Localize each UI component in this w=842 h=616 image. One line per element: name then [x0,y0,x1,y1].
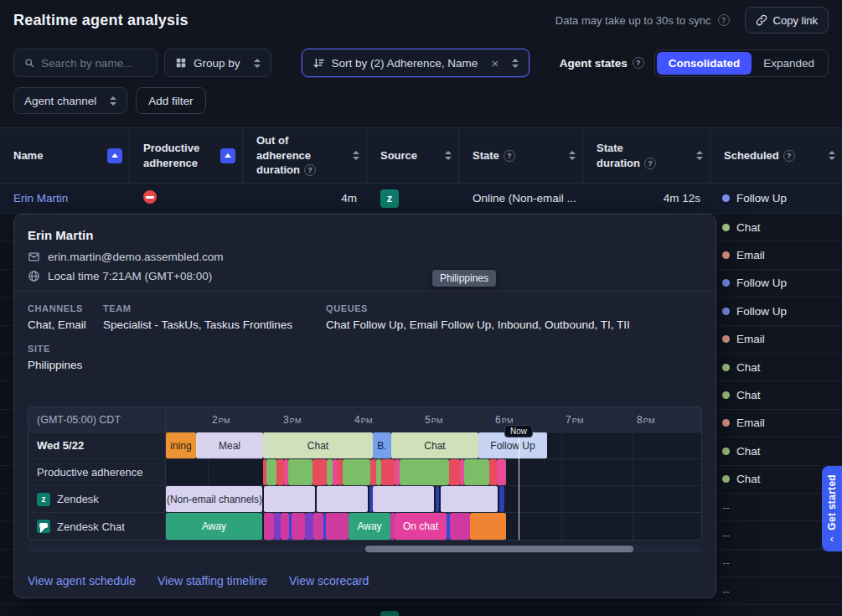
help-icon[interactable]: ? [783,150,795,162]
schedule-block[interactable] [313,459,327,485]
schedule-row: Wed 5/22iningMealChatB.ChatFollow Up [28,432,701,459]
schedule-block[interactable] [326,513,349,540]
schedule-block[interactable]: Meal [196,432,263,458]
schedule-block[interactable] [292,513,305,540]
schedule-block[interactable] [276,459,284,485]
sort-carets-icon[interactable] [829,151,835,160]
sort-icon [313,57,325,70]
schedule-block[interactable]: Chat [263,432,373,458]
timeline-scrollbar-thumb[interactable] [365,546,633,552]
sort-carets-icon[interactable] [353,151,359,160]
schedule-block[interactable] [373,486,434,512]
schedule-block[interactable]: ining [166,432,196,458]
queues-value: Chat Follow Up, Email Follow Up, Inbound… [326,318,702,333]
schedule-block[interactable] [266,459,276,485]
timezone-label: (GMT-05:00) CDT [28,407,166,432]
agent-states-help-icon[interactable]: ? [633,57,644,69]
timeline-body: Now Wed 5/22iningMealChatB.ChatFollow Up… [28,432,701,540]
view-agent-schedule-link[interactable]: View agent schedule [28,574,136,588]
column-header-name[interactable]: Name [0,128,130,183]
schedule-block[interactable]: Chat [391,432,478,458]
toolbar-primary: Group by Sort by (2) Adherence, Name × A… [0,40,842,77]
sort-carets-icon[interactable] [445,151,452,160]
schedule-block[interactable] [264,486,315,512]
cell-scheduled: Email [710,249,842,261]
schedule-track: iningMealChatB.ChatFollow Up [166,432,701,458]
cell-scheduled: Follow Up [710,192,842,204]
schedule-block[interactable]: Away [166,513,262,540]
sync-help-icon[interactable]: ? [718,14,730,26]
schedule-block[interactable] [436,486,439,512]
sort-carets-icon[interactable] [569,151,576,160]
cell-source: z [367,189,459,208]
gridline [561,432,562,458]
gridline [208,459,209,485]
column-header-out-of-adherence[interactable]: Out of adherence duration? [243,128,367,183]
toolbar-filters: Agent channel Add filter [0,77,842,114]
schedule-block[interactable] [381,459,395,485]
hour-label: 2PM [212,414,230,426]
scheduled-dot [722,391,730,399]
search-input[interactable] [13,49,158,77]
help-icon[interactable]: ? [644,158,656,169]
schedule-block[interactable] [400,459,449,485]
column-header-productive-adherence[interactable]: Productive adherence [130,128,243,183]
schedule-block[interactable] [305,513,313,540]
schedule-block[interactable]: On chat [395,513,447,540]
hour-label: 5PM [425,414,443,426]
schedule-block[interactable]: B. [373,432,391,458]
get-started-tab[interactable]: Get started ‹ [822,466,842,551]
schedule-block[interactable] [449,459,460,485]
schedule-block[interactable] [327,459,333,485]
agent-name-link[interactable]: Erin Martin [13,192,68,204]
copy-link-button[interactable]: Copy link [745,7,829,34]
schedule-block[interactable] [464,459,489,485]
schedule-block[interactable] [470,513,506,540]
help-icon[interactable]: ? [504,150,515,162]
toggle-expanded[interactable]: Expanded [752,52,826,75]
view-staffing-timeline-link[interactable]: View staffing timeline [158,574,267,588]
schedule-block[interactable] [441,486,498,512]
sort-carets-icon[interactable] [696,151,703,160]
schedule-block[interactable]: (Non-email channels) [166,486,262,512]
scheduled-dot [722,279,730,287]
table-row-erin-martin[interactable]: Erin Martin 4m z Online (Non-email ... 4… [0,184,842,214]
schedule-block[interactable]: Away [349,513,390,540]
search-field[interactable] [41,57,147,70]
topbar-right: Data may take up to 30s to sync ? Copy l… [555,7,829,34]
column-header-state-duration[interactable]: State duration? [583,128,710,183]
table-row-partial[interactable]: Spencer Salas z Online (Non-email ... 1h… [0,605,842,616]
column-header-source[interactable]: Source [367,128,459,183]
schedule-block[interactable] [370,459,376,485]
schedule-block[interactable] [274,513,281,540]
view-scorecard-link[interactable]: View scorecard [289,574,369,588]
schedule-block[interactable] [343,459,370,485]
timeline-scrollbar[interactable] [28,546,702,552]
schedule-block[interactable] [499,486,504,512]
sort-ascending-button[interactable] [220,148,235,163]
schedule-block[interactable] [497,459,506,485]
schedule-block[interactable] [281,513,289,540]
group-by-dropdown[interactable]: Group by [164,49,271,77]
sort-by-chip[interactable]: Sort by (2) Adherence, Name × [302,49,530,77]
clear-sort-icon[interactable]: × [491,56,498,70]
add-filter-button[interactable]: Add filter [136,87,205,114]
row-label-text: Wed 5/22 [37,439,84,452]
column-label: Out of adherence duration [256,134,311,176]
sort-ascending-button[interactable] [107,148,122,163]
column-header-scheduled[interactable]: Scheduled? [710,128,842,183]
agent-schedule-timeline: (GMT-05:00) CDT 2PM3PM4PM5PM6PM7PM8PM9PM… [28,406,702,541]
scheduled-label: Email [736,249,765,261]
toggle-consolidated[interactable]: Consolidated [657,52,752,75]
schedule-block[interactable] [288,459,313,485]
help-icon[interactable]: ? [304,164,316,176]
column-header-state[interactable]: State? [459,128,583,183]
schedule-block[interactable] [450,513,470,540]
cell-scheduled: Chat [710,389,842,401]
agent-channel-dropdown[interactable]: Agent channel [13,87,127,114]
schedule-block[interactable] [489,459,497,485]
schedule-block[interactable] [264,513,274,540]
schedule-block[interactable] [317,486,368,512]
schedule-block[interactable] [313,513,323,540]
copy-link-icon [756,14,767,26]
